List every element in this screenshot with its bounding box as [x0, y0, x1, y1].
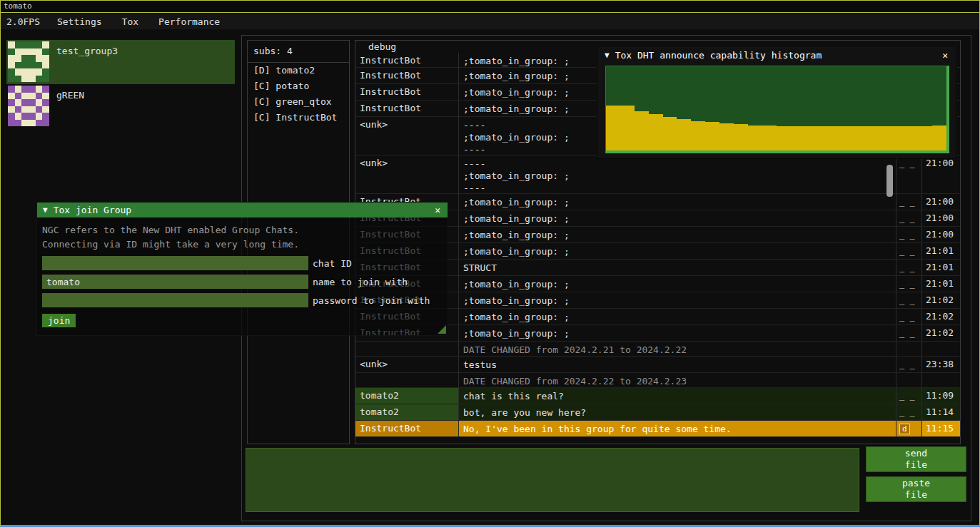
window-title: tomato — [4, 1, 32, 11]
message-row[interactable]: InstructBotNo, I've been in this group f… — [355, 421, 960, 437]
send-file-button[interactable]: send file — [866, 446, 966, 472]
message-author: InstructBot — [355, 53, 459, 67]
avatar-pixel — [42, 106, 49, 113]
avatar-pixel — [42, 76, 49, 83]
avatar-pixel — [29, 86, 36, 93]
message-marks: _ _ — [896, 227, 921, 242]
message-marks: _ _ — [896, 388, 921, 404]
avatar-pixel — [29, 120, 36, 127]
message-marks: d — [896, 421, 921, 436]
message-input[interactable] — [246, 448, 859, 512]
message-row[interactable]: <unk>---- ;tomato_in_group: ; ----_ _21:… — [355, 155, 960, 194]
avatar-pixel — [36, 93, 43, 100]
avatar-pixel — [29, 48, 36, 56]
join-field-label: chat ID — [313, 258, 352, 269]
message-time: 21:01 — [921, 276, 960, 292]
subs-item[interactable]: [C] InstructBot — [248, 110, 349, 126]
join-body: NGC refers to the New DHT enabled Group … — [37, 218, 448, 333]
message-marks: _ _ — [896, 404, 921, 420]
message-time: 11:15 — [921, 421, 960, 436]
message-author: InstructBot — [355, 421, 459, 436]
avatar-pixel — [36, 76, 43, 83]
histogram-bar — [904, 126, 918, 150]
resize-grip-icon[interactable] — [438, 325, 446, 334]
message-time: 23:38 — [921, 357, 960, 372]
message-marks: _ _ — [896, 194, 921, 210]
avatar-pixel — [36, 55, 43, 62]
message-text: ;tomato_in_group: ; — [459, 227, 896, 242]
avatar-pixel — [15, 93, 22, 100]
message-row[interactable]: <unk>testus_ _23:38 — [355, 357, 960, 373]
subs-item[interactable]: [D] tomato2 — [248, 63, 349, 78]
avatar-pixel — [42, 68, 49, 76]
message-text: ;tomato_in_group: ; — [459, 325, 896, 341]
avatar-pixel — [15, 62, 22, 69]
message-row[interactable]: tomato2bot, are you new here?_ _11:14 — [355, 404, 960, 421]
join-field-row: password to join with — [42, 293, 443, 307]
avatar-pixel — [36, 48, 43, 56]
avatar-pixel — [42, 93, 49, 100]
join-button[interactable]: join — [42, 314, 76, 327]
menu-tox[interactable]: Tox — [112, 14, 148, 29]
avatar-pixel — [21, 62, 29, 69]
collapse-triangle-icon[interactable]: ▼ — [605, 51, 610, 60]
histogram-titlebar: ▼ Tox DHT announce capability histogram … — [597, 46, 956, 63]
date-text: DATE CHANGED from 2024.2.21 to 2024.2.22 — [459, 342, 896, 356]
histogram-chart — [605, 66, 949, 153]
histogram-bar — [719, 123, 734, 150]
group-list: test_group3gREEN — [6, 40, 235, 128]
avatar-pixel — [8, 68, 15, 76]
avatar-pixel — [21, 120, 29, 127]
message-marks: _ _ — [896, 210, 921, 226]
close-icon[interactable]: ✕ — [941, 50, 949, 61]
join-input-chat-id[interactable] — [42, 256, 308, 270]
histogram-bar — [804, 126, 819, 150]
histogram-bar — [677, 119, 691, 150]
date-text: DATE CHANGED from 2024.2.22 to 2024.2.23 — [459, 373, 896, 387]
avatar-pixel — [8, 120, 15, 127]
subs-header: subs: 4 — [248, 41, 349, 63]
message-marks: _ _ — [896, 309, 921, 324]
join-input-name-to-join-with[interactable] — [42, 275, 308, 289]
avatar-pixel — [8, 76, 15, 83]
avatar-pixel — [36, 86, 43, 93]
subs-item[interactable]: [C] potato — [248, 78, 349, 94]
menu-performance[interactable]: Performance — [148, 14, 230, 29]
group-item-gREEN[interactable]: gREEN — [6, 84, 235, 128]
avatar-pixel — [8, 48, 15, 56]
histogram-bar — [620, 106, 635, 150]
avatar-pixel — [21, 48, 29, 56]
join-field-row: chat ID — [42, 256, 443, 270]
message-row[interactable]: tomato2chat is this real?_ _11:09 — [355, 388, 960, 404]
message-time: 21:02 — [921, 292, 960, 308]
message-marks — [896, 373, 921, 387]
histogram-bar — [762, 126, 777, 150]
group-item-test_group3[interactable]: test_group3 — [6, 40, 235, 84]
avatar-pixel — [15, 99, 22, 106]
avatar-pixel — [36, 99, 43, 106]
close-icon[interactable]: ✕ — [433, 205, 442, 215]
avatar-pixel — [15, 113, 22, 120]
delivery-box: d — [899, 424, 910, 434]
join-input-password-to-join-with[interactable] — [42, 293, 308, 307]
avatar-pixel — [21, 93, 29, 100]
histogram-window: ▼ Tox DHT announce capability histogram … — [597, 46, 957, 159]
histogram-bar — [819, 126, 833, 150]
group-avatar — [8, 86, 49, 126]
avatar-pixel — [15, 120, 22, 127]
avatar-pixel — [15, 68, 22, 76]
message-time: 21:00 — [921, 194, 960, 210]
collapse-triangle-icon[interactable]: ▼ — [43, 205, 48, 215]
menu-settings[interactable]: Settings — [47, 14, 112, 29]
subs-item[interactable]: [C] green_qtox — [248, 94, 349, 110]
tab-debug[interactable]: debug — [368, 41, 396, 52]
avatar-pixel — [8, 106, 15, 113]
histogram-bar — [705, 122, 719, 150]
avatar-pixel — [29, 68, 36, 76]
paste-file-button[interactable]: paste file — [866, 476, 966, 502]
join-field-label: name to join with — [313, 277, 408, 287]
histogram-bar — [635, 111, 649, 150]
avatar-pixel — [15, 48, 22, 56]
message-time: 11:14 — [921, 404, 960, 420]
messages-scrollbar[interactable] — [886, 165, 893, 197]
